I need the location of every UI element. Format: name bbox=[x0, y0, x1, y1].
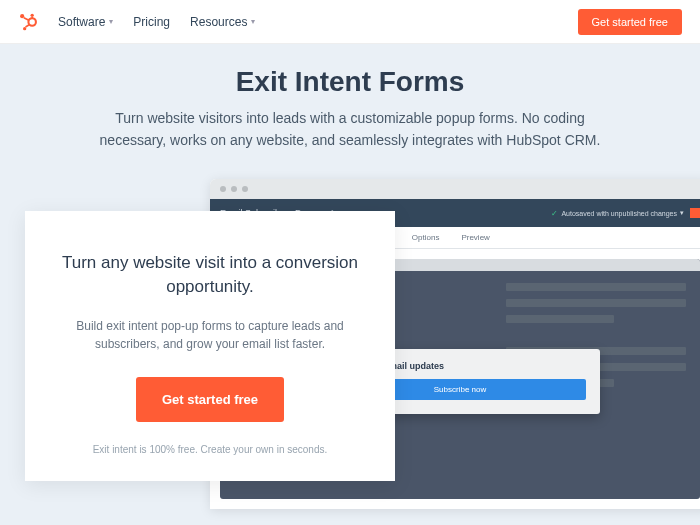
hubspot-logo-icon[interactable] bbox=[18, 12, 38, 32]
get-started-button[interactable]: Get started free bbox=[578, 9, 682, 35]
top-nav: Software▾ Pricing Resources▾ Get started… bbox=[0, 0, 700, 44]
chevron-down-icon: ▾ bbox=[109, 17, 113, 26]
nav-pricing[interactable]: Pricing bbox=[133, 15, 170, 29]
promo-footnote: Exit intent is 100% free. Create your ow… bbox=[59, 444, 361, 455]
tab-preview[interactable]: Preview bbox=[461, 233, 489, 242]
autosave-status: ✓Autosaved with unpublished changes▾ bbox=[551, 209, 684, 218]
hero-section: Exit Intent Forms Turn website visitors … bbox=[0, 44, 700, 525]
chevron-down-icon: ▾ bbox=[251, 17, 255, 26]
promo-body: Build exit intent pop-up forms to captur… bbox=[59, 317, 361, 353]
promo-card: Turn any website visit into a conversion… bbox=[25, 211, 395, 481]
svg-line-5 bbox=[24, 17, 29, 19]
nav-resources[interactable]: Resources▾ bbox=[190, 15, 255, 29]
svg-point-2 bbox=[20, 14, 24, 18]
action-button[interactable] bbox=[690, 208, 700, 218]
tab-options[interactable]: Options bbox=[412, 233, 440, 242]
nav-software[interactable]: Software▾ bbox=[58, 15, 113, 29]
promo-cta-button[interactable]: Get started free bbox=[136, 377, 284, 422]
promo-title: Turn any website visit into a conversion… bbox=[59, 251, 361, 299]
hero-subtitle: Turn website visitors into leads with a … bbox=[95, 108, 605, 151]
hero-title: Exit Intent Forms bbox=[40, 66, 660, 98]
window-controls bbox=[210, 179, 700, 199]
check-icon: ✓ bbox=[551, 209, 558, 218]
nav-left: Software▾ Pricing Resources▾ bbox=[18, 12, 255, 32]
lower-content: Email Subscribers Pop-up ✎ ✓Autosaved wi… bbox=[40, 179, 660, 519]
svg-line-6 bbox=[26, 24, 30, 27]
svg-point-1 bbox=[31, 13, 34, 16]
